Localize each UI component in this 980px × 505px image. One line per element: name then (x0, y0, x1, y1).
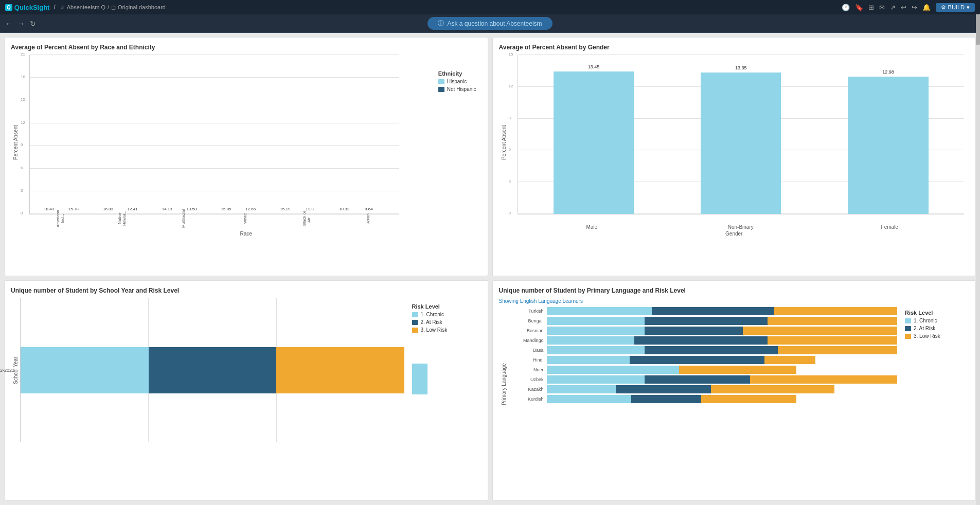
ask-question-button[interactable]: ⓘ Ask a question about Absenteeism (427, 17, 552, 30)
hbar-stacked-nuer (547, 366, 796, 374)
gridline-18: 18 (30, 77, 399, 78)
chart3-legend: Risk Level 1. Chronic 2. At Risk 3. Low … (404, 298, 482, 442)
seg-lowrisk-turkish (774, 307, 897, 315)
hbar-label-uzbek: Uzbek (513, 377, 547, 382)
legend-label-hispanic: Hispanic (447, 79, 467, 84)
breadcrumb-item-1[interactable]: Absenteeism Q (67, 4, 105, 10)
legend-label-not-hispanic: Not Hispanic (447, 86, 476, 92)
gridline-21: 21 (30, 55, 399, 55)
undo-icon[interactable]: ↩ (901, 4, 906, 11)
hbar-label-turkish: Turkish (513, 309, 547, 314)
breadcrumb-separator-2: / (108, 4, 109, 10)
seg-chronic-basa (547, 346, 645, 354)
ask-question-label: Ask a question about Absenteeism (447, 20, 542, 27)
scrollbar-thumb[interactable] (976, 14, 980, 45)
hbar-stacked-bengali (547, 317, 898, 325)
hbar-stacked-basa (547, 346, 898, 354)
hbar-label-nuer: Nuer (513, 367, 547, 372)
h-bar-chart: Turkish Bengali (508, 307, 898, 403)
hbar-label-basa: Basa (513, 348, 547, 353)
seg-lowrisk-mandingo (768, 336, 897, 345)
seg-lowrisk-uzbek (750, 375, 897, 384)
x-label-female: Female (815, 224, 965, 230)
legend-item-chronic-4: 1. Chronic (905, 318, 969, 323)
legend-label-low-risk-4: 3. Low Risk (914, 333, 940, 339)
build-label: BUILD (948, 4, 965, 10)
main-toolbar: ← → ↻ ⓘ Ask a question about Absenteeism (0, 14, 980, 33)
build-chevron: ▾ (967, 4, 970, 11)
legend-color-not-hispanic (438, 87, 444, 92)
seg-atrisk-kazakh (616, 385, 711, 393)
seg-chronic-uzbek (547, 375, 645, 384)
hbar-label-hindi: Hindi (513, 357, 547, 363)
chart4-legend: Risk Level 1. Chronic 2. At Risk 3. Low … (897, 307, 969, 461)
hbar-stacked-kazakh (547, 385, 835, 393)
seg-lowrisk-basa (778, 346, 897, 354)
seg-chronic-2022-2023 (21, 347, 149, 393)
school-year-row: 2022-2023 (21, 347, 404, 393)
hbar-stacked-kurdish (547, 395, 796, 403)
gridline-3: 3 (30, 191, 399, 191)
seg-chronic-nuer (547, 366, 679, 374)
chart-school-year: Unique number of Student by School Year … (4, 280, 488, 501)
legend-label-chronic: 1. Chronic (421, 312, 444, 317)
redo-icon[interactable]: ↪ (912, 4, 917, 11)
seg-lowrisk-kazakh (711, 385, 835, 393)
chart1-legend: Ethnicity Hispanic Not Hispanic (438, 70, 476, 94)
logo-icon: Q (5, 4, 12, 11)
chart1-y-axis-label: Percent Absent (11, 55, 20, 230)
hbar-row-bengali: Bengali (513, 317, 898, 325)
chart4-legend-title: Risk Level (905, 310, 969, 316)
share-icon[interactable]: ↗ (890, 4, 896, 11)
chart4-subtitle: Showing English Language Learners (499, 298, 970, 304)
legend-color-at-risk-4 (905, 326, 911, 331)
grid-icon[interactable]: ⊞ (868, 4, 874, 11)
gridline-9: 9 (30, 145, 399, 146)
legend-color-chronic-4 (905, 318, 911, 323)
scrollbar[interactable] (976, 14, 980, 505)
clock-icon[interactable]: 🕐 (842, 4, 850, 11)
x-label-native-hawaiian: Native Hawai... (91, 208, 153, 230)
x-label-male: Male (518, 224, 667, 230)
seg-atrisk-mandingo (634, 336, 768, 345)
chart-race-ethnicity: Average of Percent Absent by Race and Et… (4, 37, 488, 276)
nav-icons: 🕐 🔖 ⊞ ✉ ↗ ↩ ↪ 🔔 ⚙ BUILD ▾ (842, 3, 975, 12)
hbar-row-turkish: Turkish (513, 307, 898, 315)
hbar-label-mandingo: Mandingo (513, 338, 547, 343)
forward-icon[interactable]: → (17, 20, 25, 28)
hbar-label-kazakh: Kazakh (513, 387, 547, 392)
refresh-icon[interactable]: ↻ (30, 20, 36, 28)
seg-chronic-bosnian (547, 327, 645, 335)
dashboard-content: Average of Percent Absent by Race and Et… (0, 33, 980, 505)
legend-item-hispanic: Hispanic (438, 79, 476, 84)
seg-chronic-turkish (547, 307, 652, 315)
chart-gender: Average of Percent Absent by Gender Perc… (492, 37, 976, 276)
legend-label-low-risk: 3. Low Risk (421, 327, 448, 333)
breadcrumb-separator: / (54, 4, 55, 11)
hbar-row-mandingo: Mandingo (513, 336, 898, 345)
legend-label-chronic-4: 1. Chronic (914, 318, 937, 323)
school-year-label: 2022-2023 (0, 368, 14, 373)
hbar-stacked-turkish (547, 307, 898, 315)
seg-lowrisk-nuer (679, 366, 796, 374)
bar-female: 12.98 (848, 77, 928, 214)
bookmark-icon[interactable]: 🔖 (855, 4, 863, 11)
legend-label-at-risk-4: 2. At Risk (914, 326, 935, 331)
seg-atrisk-turkish (652, 307, 775, 315)
bell-icon[interactable]: 🔔 (922, 4, 931, 11)
gridline-6: 6 (30, 168, 399, 169)
legend-color-low-risk-4 (905, 334, 911, 339)
chart2-x-axis-title: Gender (499, 231, 970, 237)
chart1-legend-title: Ethnicity (438, 70, 476, 77)
build-button[interactable]: ⚙ BUILD ▾ (936, 3, 975, 12)
seg-atrisk-basa (645, 346, 778, 354)
chart-primary-language: Unique number of Student by Primary Lang… (492, 280, 976, 501)
hbar-row-kurdish: Kurdish (513, 395, 898, 403)
back-icon[interactable]: ← (5, 20, 12, 28)
seg-atrisk-hindi (630, 356, 764, 364)
mail-icon[interactable]: ✉ (879, 4, 885, 11)
hbar-label-bosnian: Bosnian (513, 328, 547, 333)
breadcrumb: ☆ Absenteeism Q / ◻ Original dashboard (60, 4, 166, 11)
breadcrumb-item-2[interactable]: Original dashboard (118, 4, 166, 10)
chart2-gridline-15: 15 (518, 55, 965, 55)
